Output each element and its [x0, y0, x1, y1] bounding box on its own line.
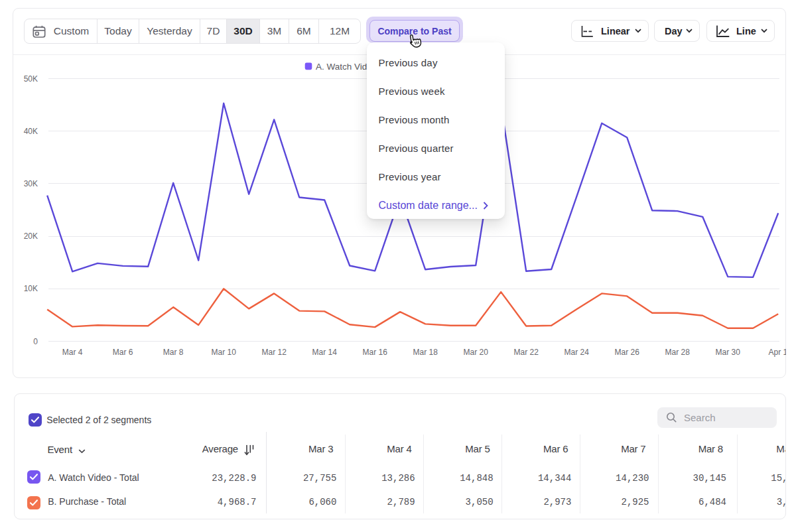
svg-text:Mar 4: Mar 4 [62, 348, 83, 357]
svg-text:Mar 10: Mar 10 [212, 348, 237, 357]
svg-text:Mar 30: Mar 30 [716, 348, 741, 357]
svg-text:Mar 24: Mar 24 [564, 348, 590, 357]
svg-text:Mar 12: Mar 12 [262, 348, 287, 357]
svg-text:50K: 50K [24, 74, 38, 84]
svg-text:Mar 8: Mar 8 [163, 348, 184, 357]
svg-text:Mar 22: Mar 22 [514, 348, 539, 357]
svg-text:Mar 20: Mar 20 [464, 348, 489, 357]
svg-text:40K: 40K [24, 127, 38, 136]
svg-text:20K: 20K [24, 232, 38, 241]
svg-text:Mar 6: Mar 6 [113, 348, 133, 357]
svg-text:Apr 1: Apr 1 [768, 348, 786, 357]
svg-text:Mar 18: Mar 18 [413, 348, 438, 357]
svg-text:0: 0 [33, 337, 38, 346]
svg-text:Mar 26: Mar 26 [615, 348, 640, 357]
svg-text:Mar 14: Mar 14 [312, 348, 338, 357]
svg-text:10K: 10K [24, 284, 38, 293]
svg-text:Mar 16: Mar 16 [363, 348, 388, 357]
svg-text:Mar 28: Mar 28 [665, 348, 691, 357]
svg-text:30K: 30K [24, 179, 38, 188]
